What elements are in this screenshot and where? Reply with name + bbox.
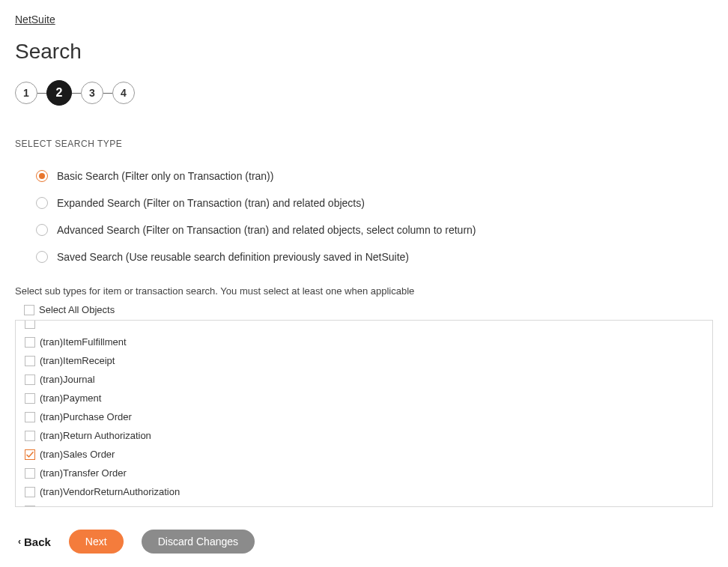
- step-connector: [72, 93, 81, 94]
- list-item[interactable]: (tran)Sales Order: [16, 445, 712, 464]
- radio-saved-search[interactable]: Saved Search (Use reusable search defini…: [36, 243, 728, 270]
- radio-label: Saved Search (Use reusable search defini…: [57, 251, 409, 263]
- list-item[interactable]: (tran)VendorReturnAuthorization: [16, 482, 712, 501]
- list-item-label: (tran)ItemReceipt: [40, 355, 115, 366]
- radio-basic-search[interactable]: Basic Search (Filter only on Transaction…: [36, 163, 728, 189]
- list-item-label: (tran)Sales Order: [40, 449, 115, 460]
- list-item[interactable]: (tran)Purchase Order: [16, 407, 712, 426]
- select-search-type-label: SELECT SEARCH TYPE: [0, 106, 728, 149]
- checkbox-icon[interactable]: [25, 412, 35, 422]
- list-item-label: (tran)Purchase Order: [40, 411, 132, 422]
- discard-changes-button[interactable]: Discard Changes: [142, 530, 255, 554]
- list-item[interactable]: (tran)ItemFulfillment: [16, 333, 712, 351]
- step-1[interactable]: 1: [15, 82, 37, 104]
- list-item-label: (tran)VendorReturnAuthorization: [40, 486, 180, 497]
- wizard-footer: ‹ Back Next Discard Changes: [0, 518, 728, 567]
- radio-label: Advanced Search (Filter on Transaction (…: [57, 224, 476, 236]
- list-item[interactable]: (tran)Journal: [16, 370, 712, 389]
- chevron-left-icon: ‹: [18, 536, 21, 547]
- checkbox-icon[interactable]: [25, 431, 35, 441]
- back-button[interactable]: ‹ Back: [18, 536, 51, 548]
- select-all-label: Select All Objects: [39, 304, 115, 315]
- checkbox-icon[interactable]: [25, 487, 35, 497]
- radio-icon: [36, 197, 48, 209]
- radio-icon: [36, 224, 48, 236]
- page-title: Search: [0, 26, 728, 64]
- list-item-label: (tran)Payment: [40, 392, 101, 404]
- step-connector: [103, 93, 112, 94]
- step-connector: [37, 93, 46, 94]
- list-item-label: (tran)Journal: [40, 374, 95, 385]
- step-4[interactable]: 4: [112, 82, 135, 104]
- checkbox-icon[interactable]: [25, 337, 35, 348]
- list-item[interactable]: (tran)ItemReceipt: [16, 351, 712, 370]
- checkbox-icon[interactable]: [25, 320, 35, 329]
- wizard-stepper: 1 2 3 4: [0, 64, 728, 106]
- list-item[interactable]: (tran)Return Authorization: [16, 426, 712, 445]
- checkbox-icon[interactable]: [25, 356, 35, 366]
- subtypes-list[interactable]: (tran)ItemFulfillment(tran)ItemReceipt(t…: [15, 320, 713, 507]
- step-3[interactable]: 3: [81, 82, 103, 104]
- checkbox-icon[interactable]: [25, 468, 35, 479]
- checkbox-icon[interactable]: [25, 375, 35, 385]
- subtypes-hint: Select sub types for item or transaction…: [0, 270, 728, 301]
- radio-label: Expanded Search (Filter on Transaction (…: [57, 197, 365, 209]
- radio-icon: [36, 251, 48, 263]
- step-2[interactable]: 2: [46, 80, 72, 106]
- checkbox-icon[interactable]: [25, 449, 35, 460]
- list-item[interactable]: [16, 501, 712, 507]
- checkbox-icon[interactable]: [25, 506, 35, 508]
- list-item-label: (tran)ItemFulfillment: [40, 336, 127, 348]
- search-type-radio-group: Basic Search (Filter only on Transaction…: [0, 149, 728, 270]
- breadcrumb-netsuite[interactable]: NetSuite: [0, 0, 55, 25]
- list-item[interactable]: (tran)Transfer Order: [16, 464, 712, 482]
- radio-icon: [36, 170, 48, 182]
- list-item-label: (tran)Return Authorization: [40, 430, 151, 441]
- back-label: Back: [24, 536, 51, 548]
- select-all-row[interactable]: Select All Objects: [0, 301, 728, 320]
- next-button[interactable]: Next: [69, 530, 124, 554]
- radio-advanced-search[interactable]: Advanced Search (Filter on Transaction (…: [36, 216, 728, 243]
- list-item[interactable]: [16, 320, 712, 333]
- checkbox-icon[interactable]: [25, 393, 35, 404]
- checkbox-icon[interactable]: [24, 305, 34, 315]
- radio-expanded-search[interactable]: Expanded Search (Filter on Transaction (…: [36, 189, 728, 216]
- list-item[interactable]: (tran)Payment: [16, 389, 712, 407]
- list-item-label: (tran)Transfer Order: [40, 467, 127, 479]
- radio-label: Basic Search (Filter only on Transaction…: [57, 170, 273, 182]
